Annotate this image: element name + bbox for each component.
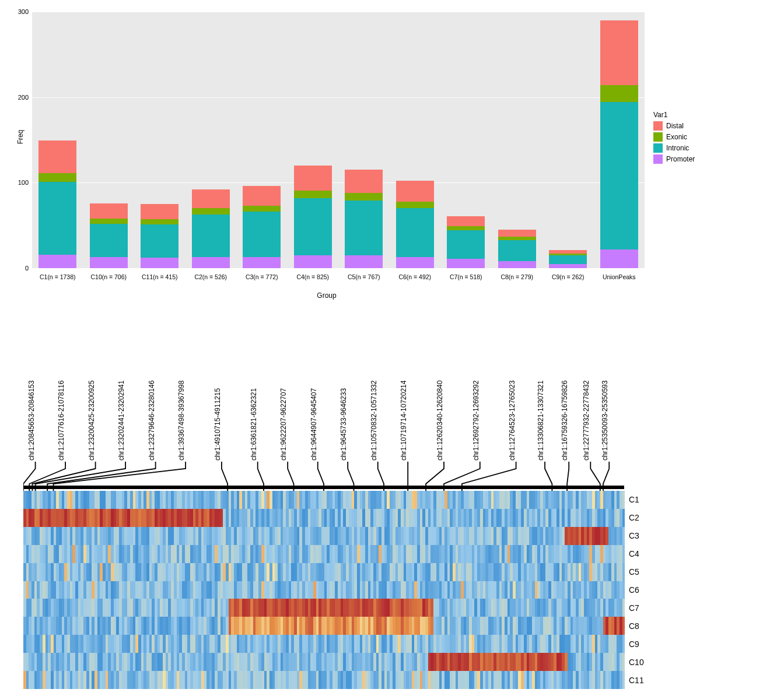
- legend-item: Intronic: [653, 143, 695, 153]
- bar-segment-intronic: [38, 182, 76, 255]
- bar-segment-exonic: [600, 85, 638, 102]
- bar-segment-promoter: [600, 249, 638, 268]
- bar-segment-distal: [549, 250, 587, 254]
- x-tick: C8(n = 279): [501, 273, 533, 280]
- x-tick: C5(n = 767): [348, 273, 380, 280]
- bar-segment-intronic: [549, 255, 587, 264]
- heatmap-row: C8: [23, 617, 624, 635]
- bar-segment-distal: [447, 216, 485, 227]
- bar-segment-distal: [90, 203, 128, 219]
- heatmap-row: C9: [23, 635, 624, 653]
- bar-group: C7(n = 518): [444, 12, 488, 268]
- heatmap-row: C4: [23, 545, 624, 563]
- legend-label: Exonic: [666, 133, 687, 141]
- bar-segment-intronic: [345, 201, 383, 255]
- bar-segment-promoter: [294, 255, 332, 268]
- legend-swatch: [653, 121, 663, 131]
- bar-segment-promoter: [90, 257, 128, 268]
- bar-group: C10(n = 706): [87, 12, 131, 268]
- bar-segment-distal: [243, 186, 281, 206]
- heatmap-row: C6: [23, 581, 624, 599]
- bar-segment-promoter: [38, 255, 76, 268]
- bar-group: C1(n = 1738): [36, 12, 79, 268]
- heatmap-col-label: chr1:21077616-21078116: [57, 381, 65, 461]
- bar-segment-promoter: [396, 257, 434, 268]
- x-tick: C7(n = 518): [450, 273, 482, 280]
- bar-segment-exonic: [498, 237, 536, 240]
- bar-segment-promoter: [345, 255, 383, 268]
- bar-segment-distal: [38, 140, 76, 173]
- y-axis-label: Freq: [16, 130, 24, 145]
- heatmap-col-label: chr1:9645733-9646233: [340, 388, 348, 461]
- heatmap-row: C10: [23, 653, 624, 671]
- bar-segment-exonic: [294, 191, 332, 198]
- figure-container: 0100200300C1(n = 1738)C10(n = 706)C11(n …: [6, 6, 778, 690]
- x-tick: C10(n = 706): [90, 273, 127, 280]
- legend-swatch: [653, 143, 663, 153]
- legend-swatch: [653, 154, 663, 164]
- bar-segment-promoter: [243, 257, 281, 268]
- bar-group: C11(n = 415): [138, 12, 181, 268]
- bar-segment-distal: [192, 189, 230, 208]
- x-axis-label: Group: [317, 291, 336, 300]
- heatmap-col-label: chr1:4910715-4911215: [214, 388, 222, 461]
- heatmap-col-label: chr1:10719714-10720214: [400, 381, 408, 461]
- x-tick: UnionPeaks: [603, 273, 636, 280]
- heatmap-col-label: chr1:16759326-16759826: [561, 381, 569, 461]
- bar-group: C2(n = 526): [189, 12, 233, 268]
- heatmap-row-label: C4: [629, 549, 639, 558]
- y-tick: 200: [18, 94, 29, 101]
- heatmap-connectors: [23, 462, 624, 491]
- legend-item: Promoter: [653, 154, 695, 164]
- bar-segment-exonic: [447, 226, 485, 230]
- bar-group: C9(n = 262): [546, 12, 590, 268]
- legend-label: Promoter: [666, 155, 695, 163]
- y-tick: 100: [18, 179, 29, 186]
- bar-segment-intronic: [396, 208, 434, 257]
- bar-group: C4(n = 825): [291, 12, 335, 268]
- heatmap: C1C2C3C4C5C6C7C8C9C10C11: [23, 491, 624, 689]
- x-tick: C3(n = 772): [246, 273, 278, 280]
- legend-item: Distal: [653, 121, 695, 131]
- x-tick: C6(n = 492): [398, 273, 431, 280]
- bar-segment-intronic: [447, 230, 485, 258]
- x-tick: C1(n = 1738): [40, 273, 76, 280]
- heatmap-row: C2: [23, 509, 624, 527]
- heatmap-col-label: chr1:6361821-6362321: [250, 388, 258, 461]
- heatmap-col-label: chr1:22777932-22778432: [582, 381, 590, 461]
- x-tick: C4(n = 825): [296, 273, 329, 280]
- bar-group: C3(n = 772): [240, 12, 284, 268]
- bar-segment-distal: [396, 181, 434, 201]
- bar-segment-intronic: [141, 224, 178, 258]
- heatmap-col-label: chr1:23200425-23200925: [88, 381, 96, 461]
- heatmap-row-label: C1: [629, 495, 639, 504]
- bar-segment-exonic: [396, 202, 434, 209]
- bar-segment-promoter: [141, 258, 178, 268]
- bar-segment-exonic: [192, 208, 230, 214]
- heatmap-row-label: C8: [629, 621, 639, 631]
- heatmap-row: C3: [23, 527, 624, 545]
- heatmap-row-label: C2: [629, 513, 639, 522]
- legend-label: Intronic: [666, 144, 689, 152]
- heatmap-col-label: chr1:10570832-10571332: [370, 381, 378, 461]
- heatmap-row-label: C10: [629, 658, 644, 667]
- y-tick: 300: [18, 8, 29, 15]
- legend-item: Exonic: [653, 132, 695, 142]
- bar-segment-exonic: [141, 219, 178, 224]
- heatmap-row: C1: [23, 491, 624, 509]
- bar-segment-intronic: [294, 198, 332, 255]
- bar-segment-distal: [600, 20, 638, 85]
- legend-title: Var1: [653, 111, 695, 119]
- heatmap-row-label: C6: [629, 585, 639, 595]
- x-tick: C9(n = 262): [552, 273, 584, 280]
- bar-segment-intronic: [192, 215, 230, 257]
- heatmap-col-label: chr1:23279646-23280146: [148, 381, 156, 461]
- bar-segment-exonic: [38, 173, 76, 182]
- heatmap-col-label: chr1:20845653-20846153: [27, 381, 36, 461]
- bar-group: C6(n = 492): [393, 12, 437, 268]
- bar-segment-distal: [498, 230, 536, 237]
- heatmap-row-label: C7: [629, 603, 639, 613]
- legend-swatch: [653, 132, 663, 142]
- x-tick: C11(n = 415): [142, 273, 178, 280]
- bar-segment-intronic: [600, 102, 638, 249]
